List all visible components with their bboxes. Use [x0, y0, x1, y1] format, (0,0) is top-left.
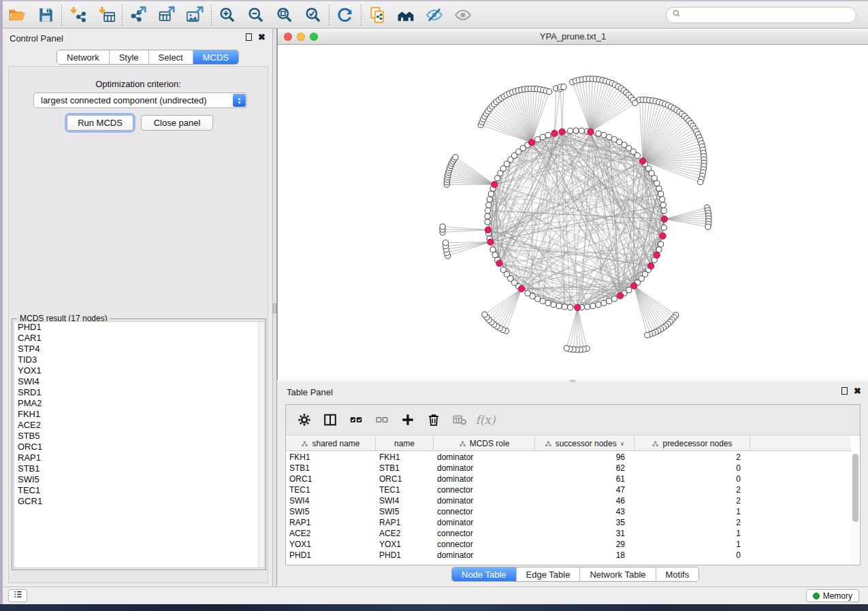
mcds-list-item[interactable]: ORC1 — [14, 442, 264, 452]
network-node[interactable] — [487, 197, 492, 202]
network-node[interactable] — [656, 247, 662, 252]
table-row[interactable]: PHD1PHD1dominator180 — [286, 550, 851, 561]
network-node[interactable] — [607, 298, 612, 303]
network-node[interactable] — [658, 242, 664, 247]
zoom-fit-button[interactable] — [270, 3, 299, 27]
tab-network[interactable]: Network — [57, 50, 110, 64]
network-node[interactable] — [485, 219, 490, 225]
network-node[interactable] — [573, 128, 579, 133]
mcds-node[interactable] — [559, 129, 565, 135]
network-node[interactable] — [540, 134, 545, 139]
delete-column-button[interactable] — [421, 408, 447, 432]
mcds-node[interactable] — [661, 216, 667, 222]
table-row[interactable]: SWI4SWI4dominator462 — [286, 495, 851, 506]
column-header-MCDS-role[interactable]: MCDS role — [434, 436, 535, 451]
network-node[interactable] — [585, 304, 590, 310]
mcds-node[interactable] — [575, 304, 581, 310]
minimize-window-button[interactable] — [297, 33, 305, 41]
network-node[interactable] — [545, 300, 551, 306]
network-node[interactable] — [634, 153, 640, 159]
mcds-list-item[interactable]: PHD1 — [14, 322, 264, 333]
mcds-node[interactable] — [588, 129, 594, 135]
zoom-selected-button[interactable] — [299, 3, 327, 27]
table-row[interactable]: STB1STB1dominator620 — [286, 463, 851, 474]
optimization-criterion-select[interactable]: largest connected component (undirected)… — [33, 93, 247, 108]
apply-layout-button[interactable] — [331, 3, 359, 27]
tab-select[interactable]: Select — [149, 50, 193, 64]
tab-motifs[interactable]: Motifs — [656, 567, 699, 581]
close-panel-icon[interactable]: ✖ — [258, 33, 266, 41]
network-node[interactable] — [611, 296, 617, 301]
mcds-list-item[interactable]: SWI5 — [14, 474, 264, 485]
tab-edge-table[interactable]: Edge Table — [517, 567, 581, 581]
mcds-list-item[interactable]: CAR1 — [14, 333, 264, 344]
zoom-out-button[interactable] — [242, 3, 270, 27]
network-node[interactable] — [607, 134, 612, 139]
vertical-splitter[interactable] — [272, 29, 277, 587]
network-node[interactable] — [540, 298, 545, 303]
mcds-list-item[interactable]: STB5 — [14, 431, 264, 442]
network-node[interactable] — [596, 131, 601, 136]
mcds-list-item[interactable]: PMA2 — [14, 398, 264, 409]
mcds-list-item[interactable]: ACE2 — [14, 420, 264, 431]
table-row[interactable]: YOX1YOX1connector291 — [286, 539, 851, 550]
show-all-columns-button[interactable] — [343, 408, 369, 432]
export-image-button[interactable] — [181, 3, 210, 27]
table-row[interactable]: ORC1ORC1dominator610 — [286, 474, 851, 484]
network-node[interactable] — [534, 296, 540, 301]
show-all-button[interactable] — [449, 3, 477, 27]
function-builder-button[interactable]: f(x) — [472, 408, 498, 432]
split-view-button[interactable] — [317, 408, 343, 432]
network-node[interactable] — [490, 247, 496, 252]
table-row[interactable]: ACE2ACE2connector311 — [286, 528, 851, 539]
create-column-button[interactable] — [395, 408, 421, 432]
import-table-button[interactable] — [92, 3, 120, 27]
network-node[interactable] — [568, 128, 573, 133]
network-node[interactable] — [525, 291, 530, 296]
close-panel-button[interactable]: Close panel — [141, 115, 213, 131]
zoom-window-button[interactable] — [310, 33, 318, 41]
network-node[interactable] — [601, 300, 607, 306]
first-neighbors-button[interactable] — [391, 3, 420, 27]
mcds-list-item[interactable]: GCR1 — [14, 496, 264, 507]
mcds-node[interactable] — [660, 233, 666, 239]
mcds-list-item[interactable]: FKH1 — [14, 409, 264, 420]
network-node[interactable] — [482, 312, 487, 317]
network-node[interactable] — [705, 224, 711, 229]
network-node[interactable] — [556, 303, 562, 309]
hide-selected-button[interactable] — [420, 3, 449, 27]
splitter-grip[interactable] — [273, 303, 276, 313]
network-node[interactable] — [658, 191, 664, 197]
memory-button[interactable]: Memory — [806, 589, 859, 602]
network-node[interactable] — [564, 346, 569, 351]
mcds-node[interactable] — [492, 182, 498, 188]
mcds-node[interactable] — [631, 283, 637, 289]
table-scrollbar[interactable] — [851, 452, 859, 563]
network-node[interactable] — [545, 133, 551, 138]
network-node[interactable] — [500, 267, 506, 272]
mcds-list-item[interactable]: TEC1 — [14, 485, 264, 496]
column-header-predecessor-nodes[interactable]: predecessor nodes — [634, 436, 750, 451]
close-panel-icon[interactable]: ✖ — [854, 387, 861, 395]
network-node[interactable] — [562, 304, 567, 310]
mcds-node[interactable] — [551, 130, 558, 136]
mcds-list-item[interactable]: SWI4 — [14, 376, 264, 387]
table-row[interactable]: SWI5SWI5connector431 — [286, 506, 851, 517]
mcds-list-item[interactable]: STP4 — [14, 344, 264, 354]
network-node[interactable] — [652, 176, 657, 181]
network-node[interactable] — [654, 180, 660, 186]
save-session-button[interactable] — [31, 3, 60, 27]
mcds-node[interactable] — [640, 158, 646, 164]
float-panel-icon[interactable] — [246, 33, 252, 41]
network-node[interactable] — [698, 179, 703, 184]
network-node[interactable] — [645, 332, 650, 337]
network-window-titlebar[interactable]: YPA_prune.txt_1 — [278, 29, 868, 45]
tab-mcds[interactable]: MCDS — [193, 50, 238, 64]
mcds-list-item[interactable]: RAP1 — [14, 452, 264, 463]
network-node[interactable] — [601, 133, 607, 138]
network-node[interactable] — [561, 84, 566, 90]
table-scrollbar-thumb[interactable] — [852, 454, 858, 522]
column-settings-gear-button[interactable] — [291, 408, 317, 432]
hide-all-columns-button[interactable] — [369, 408, 395, 432]
column-header-shared-name[interactable]: shared name — [286, 436, 376, 451]
